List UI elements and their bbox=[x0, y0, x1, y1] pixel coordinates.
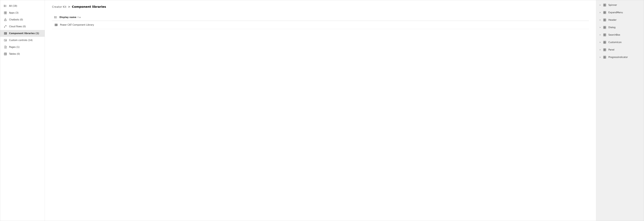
svg-rect-37 bbox=[605, 4, 606, 5]
svg-rect-55 bbox=[605, 35, 606, 36]
svg-rect-56 bbox=[604, 41, 604, 42]
sidebar-item-pages-label: Pages (1) bbox=[9, 46, 20, 48]
expand-menu-component-icon bbox=[603, 11, 606, 14]
library-row-label: Power CAT Component Library bbox=[60, 24, 94, 26]
panel-item-header-label: Header bbox=[608, 19, 616, 21]
svg-rect-58 bbox=[604, 42, 604, 44]
svg-rect-35 bbox=[57, 24, 57, 26]
panel-item-expand-menu-label: ExpandMenu bbox=[608, 11, 623, 14]
panel-item-search-box[interactable]: SearchBox bbox=[596, 31, 644, 38]
sidebar-item-cloud-flows-label: Cloud flows (0) bbox=[9, 25, 26, 28]
sidebar-item-chatbots[interactable]: Chatbots (0) bbox=[0, 16, 45, 23]
svg-rect-15 bbox=[4, 32, 4, 34]
panel-item-panel[interactable]: Panel bbox=[596, 46, 644, 54]
library-row-icon bbox=[54, 23, 58, 26]
panel-item-expand-menu[interactable]: ExpandMenu bbox=[596, 9, 644, 16]
panel-item-spinner-label: Spinner bbox=[608, 4, 617, 6]
svg-rect-50 bbox=[604, 28, 604, 28]
table-row[interactable]: Power CAT Component Library bbox=[52, 21, 589, 29]
panel-item-custom-icon[interactable]: CustomIcon bbox=[596, 38, 644, 46]
sidebar-item-tables-label: Tables (0) bbox=[9, 52, 20, 55]
sidebar-item-component-libraries[interactable]: Component libraries (1) bbox=[0, 30, 45, 37]
dialog-component-icon bbox=[603, 26, 606, 29]
svg-rect-6 bbox=[4, 12, 5, 13]
chevron-right-icon-5 bbox=[599, 34, 601, 36]
svg-rect-32 bbox=[55, 24, 55, 26]
svg-rect-9 bbox=[6, 13, 6, 14]
svg-point-13 bbox=[5, 20, 5, 20]
svg-rect-67 bbox=[605, 57, 606, 58]
breadcrumb-parent[interactable]: Creator Kit bbox=[52, 5, 66, 8]
panel-component-icon bbox=[603, 48, 606, 52]
svg-rect-62 bbox=[604, 50, 604, 51]
svg-rect-34 bbox=[56, 24, 57, 26]
svg-point-14 bbox=[6, 20, 6, 20]
sidebar-item-custom-controls-label: Custom controls (14) bbox=[9, 39, 32, 42]
svg-rect-60 bbox=[604, 48, 604, 50]
svg-rect-36 bbox=[604, 4, 604, 5]
panel-item-search-box-label: SearchBox bbox=[608, 34, 620, 36]
svg-rect-8 bbox=[4, 13, 5, 14]
svg-rect-33 bbox=[56, 24, 56, 26]
svg-rect-53 bbox=[605, 34, 606, 35]
chevron-right-icon-7 bbox=[599, 49, 601, 51]
search-box-component-icon bbox=[603, 33, 606, 36]
svg-rect-12 bbox=[4, 20, 6, 21]
svg-rect-66 bbox=[604, 57, 604, 58]
custom-icon-component-icon bbox=[603, 41, 606, 44]
sidebar-item-all-label: All (19) bbox=[9, 4, 17, 7]
breadcrumb: Creator Kit > Component libraries bbox=[52, 5, 589, 8]
sort-up-arrow[interactable]: ↑ bbox=[77, 16, 79, 18]
sidebar-item-custom-controls[interactable]: Abc Custom controls (14) bbox=[0, 37, 45, 44]
sidebar-item-cloud-flows[interactable]: Cloud flows (0) bbox=[0, 23, 45, 30]
chevron-right-icon-8 bbox=[599, 56, 601, 58]
sidebar: All (19) Apps (3) bbox=[0, 0, 45, 221]
svg-rect-18 bbox=[6, 32, 7, 34]
svg-rect-21 bbox=[4, 53, 6, 55]
chatbot-icon bbox=[4, 18, 7, 21]
panel-item-dialog[interactable]: Dialog bbox=[596, 24, 644, 31]
svg-rect-38 bbox=[604, 5, 604, 6]
pages-icon bbox=[4, 46, 7, 49]
tables-icon bbox=[4, 52, 7, 56]
svg-rect-44 bbox=[604, 19, 604, 20]
panel-item-progress-indicator-label: ProgressIndicator bbox=[608, 56, 628, 58]
sort-arrows[interactable]: ↑ ∨ bbox=[77, 16, 81, 18]
svg-rect-43 bbox=[605, 13, 606, 14]
panel-item-progress-indicator[interactable]: ProgressIndicator bbox=[596, 54, 644, 61]
svg-rect-54 bbox=[604, 35, 604, 36]
sidebar-item-tables[interactable]: Tables (0) bbox=[0, 50, 45, 57]
table-header-label[interactable]: Display name ↑ ∨ bbox=[60, 16, 81, 19]
sidebar-item-all[interactable]: All (19) bbox=[0, 2, 45, 10]
svg-rect-16 bbox=[5, 32, 5, 34]
sidebar-item-pages[interactable]: Pages (1) bbox=[0, 44, 45, 50]
svg-rect-17 bbox=[6, 32, 6, 34]
svg-rect-29 bbox=[54, 16, 55, 17]
sort-down-arrow[interactable]: ∨ bbox=[79, 16, 81, 18]
table-header: Display name ↑ ∨ bbox=[52, 14, 589, 21]
svg-rect-39 bbox=[605, 5, 606, 6]
svg-rect-59 bbox=[605, 42, 606, 44]
panel-item-panel-label: Panel bbox=[608, 48, 614, 51]
svg-rect-3 bbox=[4, 5, 4, 5]
svg-rect-45 bbox=[605, 19, 606, 20]
panel-item-custom-icon-label: CustomIcon bbox=[608, 41, 622, 44]
panel-item-dialog-label: Dialog bbox=[608, 26, 616, 29]
sidebar-item-chatbots-label: Chatbots (0) bbox=[9, 18, 23, 21]
header-component-icon bbox=[603, 18, 606, 22]
panel-item-header[interactable]: Header bbox=[596, 16, 644, 24]
main-content: Creator Kit > Component libraries bbox=[45, 0, 596, 221]
content-table: Display name ↑ ∨ Power bbox=[52, 14, 589, 29]
sidebar-item-component-libraries-label: Component libraries (1) bbox=[9, 32, 39, 35]
panel-item-spinner[interactable]: Spinner bbox=[596, 1, 644, 9]
sidebar-item-apps[interactable]: Apps (3) bbox=[0, 10, 45, 16]
spinner-component-icon bbox=[603, 4, 606, 7]
breadcrumb-current: Component libraries bbox=[72, 5, 106, 8]
library-icon bbox=[4, 32, 7, 35]
sidebar-item-apps-label: Apps (3) bbox=[9, 12, 18, 14]
svg-point-10 bbox=[5, 19, 6, 20]
app-layout: All (19) Apps (3) bbox=[0, 0, 644, 221]
svg-rect-65 bbox=[605, 56, 606, 57]
right-panel: Spinner ExpandMenu bbox=[596, 0, 644, 221]
svg-rect-5 bbox=[4, 6, 4, 7]
